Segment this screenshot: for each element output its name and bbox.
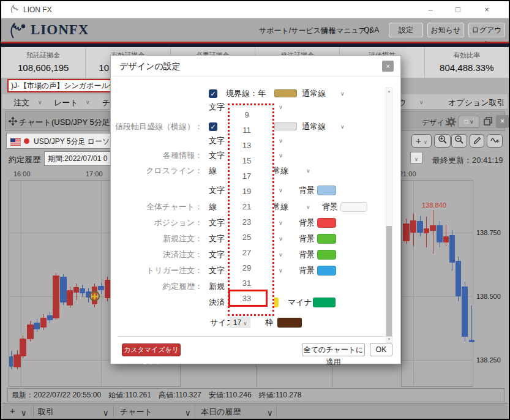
chevron-down-icon: ∨ bbox=[279, 233, 283, 245]
bg-label: 背景 bbox=[299, 233, 315, 245]
bg-color-swatch[interactable] bbox=[317, 234, 336, 244]
tab-trade[interactable]: 取引 bbox=[38, 407, 54, 418]
size-option[interactable]: 25 bbox=[230, 230, 272, 245]
move-icon[interactable] bbox=[8, 116, 18, 129]
size-option[interactable]: 29 bbox=[230, 260, 272, 276]
size-option[interactable]: 23 bbox=[230, 214, 272, 230]
app-window: LION FX – □ × LIONFX サポート/サービス情報 操作マニュアル… bbox=[0, 0, 510, 420]
size-option[interactable]: 15 bbox=[230, 153, 272, 168]
divider bbox=[118, 336, 393, 337]
menu-chart[interactable]: チ bbox=[102, 97, 110, 108]
apply-all-charts-button[interactable]: 全てのチャートに適用 bbox=[302, 343, 365, 356]
add-tab-button[interactable]: + bbox=[10, 405, 15, 416]
size-option[interactable]: 13 bbox=[230, 138, 272, 153]
bg-label: 背景 bbox=[299, 249, 315, 261]
boundary-checkbox[interactable]: ✓ bbox=[209, 89, 217, 98]
period-dropdown-button[interactable]: ∨ bbox=[410, 152, 422, 163]
nav-qa-link[interactable]: Q&A bbox=[364, 26, 379, 34]
font-label: 文字 bbox=[209, 101, 225, 113]
reset-customize-button[interactable]: カスタマイズをリセット bbox=[122, 343, 181, 356]
bg-color-swatch[interactable] bbox=[317, 266, 336, 276]
font-label: 文字 bbox=[209, 149, 225, 162]
line-type-select[interactable]: 通常線 bbox=[302, 88, 326, 100]
us-flag-icon bbox=[10, 137, 21, 148]
size-option[interactable]: 17 bbox=[230, 168, 272, 184]
crosshair-marker-icon: ✚ bbox=[89, 291, 100, 301]
selected-size-highlight bbox=[228, 290, 268, 307]
price-axis-checkbox[interactable]: ✓ bbox=[209, 122, 217, 131]
lionfx-logo: LIONFX bbox=[9, 21, 89, 39]
settings-button[interactable]: 設定 bbox=[389, 23, 423, 37]
gridline bbox=[21, 180, 21, 387]
gridline bbox=[413, 180, 414, 387]
trigger-order-label: トリガー注文： bbox=[146, 264, 203, 277]
add-indicator-button[interactable]: + ∨ bbox=[411, 134, 432, 148]
chevron-down-icon: ∨ bbox=[243, 321, 247, 326]
size-option[interactable]: 19 bbox=[230, 184, 272, 199]
minimize-icon[interactable]: – bbox=[421, 3, 440, 17]
menu-option-trade[interactable]: オプション取引 bbox=[448, 97, 505, 108]
menu-rate[interactable]: レート bbox=[54, 97, 78, 108]
line-type-select[interactable]: 通常線 bbox=[302, 121, 326, 133]
wave-tool-button[interactable] bbox=[487, 134, 503, 148]
frame-color-swatch[interactable] bbox=[277, 318, 302, 328]
size-select[interactable]: 17 ∨ bbox=[230, 317, 250, 328]
menu-order[interactable]: 注文 bbox=[13, 97, 29, 108]
position-label: ポジション： bbox=[154, 217, 203, 229]
minus-color-swatch[interactable] bbox=[313, 298, 336, 307]
close-order-label: 決済注文： bbox=[163, 249, 203, 261]
chevron-down-icon: ∨ bbox=[470, 119, 474, 125]
chart-close-icon[interactable]: × bbox=[496, 115, 509, 128]
close-label: 決済 bbox=[209, 296, 225, 309]
tab-chart[interactable]: チャート bbox=[120, 407, 152, 418]
window-titlebar: LION FX – □ × bbox=[1, 1, 509, 18]
notice-button[interactable]: お知らせ bbox=[427, 23, 464, 37]
price-axis-color-swatch[interactable] bbox=[274, 122, 297, 130]
bg-color-swatch[interactable] bbox=[317, 218, 336, 228]
maximize-icon[interactable]: □ bbox=[449, 3, 467, 17]
exec-history-label: 約定履歴 bbox=[9, 154, 40, 165]
chart-panel-right[interactable] bbox=[401, 180, 473, 387]
logout-button[interactable]: ログアウト bbox=[468, 23, 505, 37]
scrollbar-thumb[interactable] bbox=[386, 226, 392, 336]
bg-color-swatch[interactable] bbox=[340, 202, 367, 212]
market-open-dot-icon bbox=[24, 138, 29, 144]
gear-icon[interactable] bbox=[446, 116, 457, 127]
bg-color-swatch[interactable] bbox=[317, 186, 336, 195]
scroll-up-icon[interactable]: ▲ bbox=[386, 89, 392, 93]
dialog-scrollbar[interactable]: ▲ ▼ bbox=[386, 88, 392, 343]
last-update-label: 最終更新：20:41:19 bbox=[432, 155, 503, 166]
chevron-down-icon: ∨ bbox=[103, 408, 109, 418]
gridline bbox=[101, 180, 102, 387]
time-label: 21:00 bbox=[399, 170, 416, 178]
zoom-in-button[interactable] bbox=[434, 134, 451, 148]
line-type-select[interactable]: 常線 bbox=[272, 165, 288, 177]
size-list[interactable]: 9111315171921232527293133 bbox=[228, 103, 274, 316]
divider bbox=[113, 405, 114, 418]
font-label: 文字 bbox=[209, 249, 225, 261]
size-option[interactable]: 31 bbox=[230, 276, 272, 291]
chevron-down-icon: ∨ bbox=[86, 99, 90, 105]
bg-color-swatch[interactable] bbox=[317, 250, 336, 260]
font-label: 文字 bbox=[209, 184, 225, 197]
crossline-label: クロスライン： bbox=[146, 165, 203, 177]
row-size: サイズ 17 ∨ 枠 bbox=[111, 317, 400, 329]
ok-button[interactable]: OK bbox=[370, 343, 392, 356]
divider bbox=[276, 405, 277, 418]
restore-window-icon[interactable] bbox=[483, 116, 493, 127]
scroll-down-icon[interactable]: ▼ bbox=[386, 337, 392, 341]
line-type-select[interactable]: 常線 bbox=[272, 201, 288, 213]
bottom-tab-bar: + ∨ 取引 ∨ チャート ∨ 本日の履歴 ∨ bbox=[2, 403, 508, 419]
chevron-down-icon: ∨ bbox=[419, 99, 424, 105]
size-option[interactable]: 11 bbox=[230, 122, 272, 138]
window-mode-button[interactable]: □ ∨ bbox=[459, 116, 479, 128]
boundary-color-swatch[interactable] bbox=[274, 89, 297, 97]
size-option[interactable]: 21 bbox=[230, 199, 272, 214]
draw-pencil-button[interactable] bbox=[470, 134, 484, 148]
size-option[interactable]: 9 bbox=[230, 107, 272, 122]
zoom-out-button[interactable] bbox=[451, 134, 467, 148]
size-option[interactable]: 27 bbox=[230, 245, 272, 260]
tab-today-history[interactable]: 本日の履歴 bbox=[201, 407, 241, 418]
close-icon[interactable]: × bbox=[478, 3, 496, 17]
dialog-close-icon[interactable]: × bbox=[382, 61, 394, 72]
